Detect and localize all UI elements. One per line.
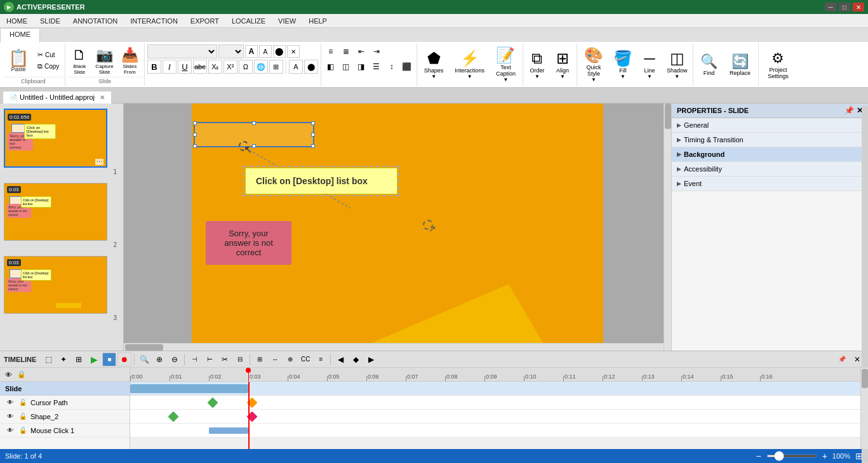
align-left-btn[interactable]: ◧: [324, 60, 338, 74]
zoom-slider[interactable]: [766, 455, 817, 457]
menu-annotation[interactable]: ANNOTATION: [67, 16, 124, 26]
tl-record-btn[interactable]: ⏺: [117, 352, 131, 366]
font-size-dropdown[interactable]: [218, 44, 244, 58]
zoom-in-btn[interactable]: +: [822, 451, 827, 461]
tl-group2-btn[interactable]: ⊞: [253, 352, 267, 366]
tl-move-btn[interactable]: ↔: [268, 352, 282, 366]
shape2-eye-btn[interactable]: 👁: [5, 412, 15, 422]
font-color-btn[interactable]: A: [289, 60, 303, 74]
tl-more-btn[interactable]: ⊕: [283, 352, 297, 366]
track-row-cursor[interactable]: [130, 396, 868, 410]
props-section-timing-header[interactable]: ▶ Timing & Transition: [672, 133, 868, 147]
clear-format-btn[interactable]: ✕: [287, 45, 300, 58]
tl-select-btn[interactable]: ⬚: [41, 352, 55, 366]
menu-view[interactable]: VIEW: [272, 16, 302, 26]
menu-home[interactable]: HOME: [0, 16, 34, 26]
capture-slide-button[interactable]: 📷 CaptureSlide: [92, 45, 116, 77]
more-btn[interactable]: ⊞: [269, 60, 283, 74]
special-char-btn[interactable]: Ω: [239, 60, 253, 74]
playhead-marker[interactable]: [248, 368, 249, 381]
tl-eye-all-btn[interactable]: 👁: [3, 369, 14, 380]
line-spacing-btn[interactable]: ↕: [385, 60, 399, 74]
order-button[interactable]: ⧉ Order ▼: [526, 44, 549, 84]
tl-zoom-fit-btn[interactable]: 🔍: [137, 352, 151, 366]
error-box[interactable]: Sorry, your answer is not correct: [206, 221, 291, 265]
tab-home[interactable]: HOME: [0, 28, 40, 43]
shadow-button[interactable]: ◫ Shadow ▼: [664, 44, 691, 84]
list-box[interactable]: [194, 122, 314, 147]
tl-stop-btn[interactable]: ■: [102, 352, 116, 366]
tl-play-btn[interactable]: ▶: [87, 352, 101, 366]
bold-btn[interactable]: B: [147, 60, 161, 74]
font-family-dropdown[interactable]: [147, 44, 217, 58]
tl-caption-btn[interactable]: CC: [298, 352, 312, 366]
doc-tab[interactable]: 📄 Untitled - Untitled.approj ✕: [3, 91, 112, 104]
shape2-lock-btn[interactable]: 🔓: [18, 412, 28, 422]
tl-zoom-in-btn[interactable]: ⊕: [152, 352, 166, 366]
track-row-slide[interactable]: [130, 382, 868, 396]
props-pin-icon[interactable]: 📌: [845, 106, 854, 115]
tl-split-btn[interactable]: ⊢: [203, 352, 217, 366]
replace-button[interactable]: 🔄 Replace: [724, 44, 756, 84]
canvas-scrollbar-v[interactable]: [664, 104, 671, 351]
highlight-color-btn[interactable]: ⬤: [304, 60, 318, 74]
web-link-btn[interactable]: 🌐: [254, 60, 268, 74]
tl-prev-btn[interactable]: ◀: [333, 352, 347, 366]
fill-button[interactable]: 🪣 Fill ▼: [610, 44, 636, 84]
tooltip-box[interactable]: Click on [Desktop] list box: [245, 168, 397, 194]
underline-btn[interactable]: U: [178, 60, 192, 74]
font-size-up-btn[interactable]: A: [245, 45, 258, 58]
tl-trim-btn[interactable]: ⊟: [233, 352, 247, 366]
align-center-btn[interactable]: ◫: [339, 60, 353, 74]
track-row-shape2[interactable]: [130, 410, 868, 424]
line-button[interactable]: ─ Line ▼: [638, 44, 661, 84]
slide-thumbnail-2[interactable]: 0:03 Sorry, youranswer is notcorrect Cli…: [1, 180, 122, 251]
menu-localize[interactable]: LOCALIZE: [225, 16, 272, 26]
list-ordered-btn[interactable]: ≣: [339, 44, 353, 58]
slide-thumbnail-3[interactable]: 0:03 Sorry, youranswer is notcorrect Cli…: [1, 253, 122, 324]
blank-slide-button[interactable]: 🗋 BlankSlide: [68, 45, 91, 77]
tl-add-btn[interactable]: ✦: [57, 352, 70, 366]
align-button[interactable]: ⊞ Align ▼: [551, 44, 574, 84]
menu-interaction[interactable]: INTERACTION: [124, 16, 184, 26]
doc-tab-close[interactable]: ✕: [100, 94, 105, 101]
italic-btn[interactable]: I: [163, 60, 177, 74]
superscript-btn[interactable]: X²: [224, 60, 237, 74]
maximize-btn[interactable]: □: [839, 3, 850, 11]
interactions-button[interactable]: ⚡ Interactions ▼: [450, 44, 489, 84]
track-row-mouseclick[interactable]: [130, 424, 868, 438]
tl-zoom-out-btn[interactable]: ⊖: [168, 352, 182, 366]
tl-group-btn[interactable]: ⊞: [72, 352, 86, 366]
project-settings-button[interactable]: ⚙ Project Settings: [761, 44, 794, 84]
paste-button[interactable]: 📋 Paste: [4, 44, 33, 77]
props-section-event-header[interactable]: ▶ Event: [672, 177, 868, 191]
copy-button[interactable]: ⧉ Copy: [34, 61, 62, 72]
tl-delete-btn[interactable]: ✂: [218, 352, 232, 366]
cursor-lock-btn[interactable]: 🔓: [18, 398, 28, 408]
find-button[interactable]: 🔍 Find: [696, 44, 721, 84]
highlight-btn[interactable]: ⬤: [273, 45, 286, 58]
props-section-accessibility-header[interactable]: ▶ Accessibility: [672, 162, 868, 176]
list-unordered-btn[interactable]: ≡: [324, 44, 338, 58]
align-right-btn[interactable]: ◨: [354, 60, 368, 74]
tl-caption2-btn[interactable]: ≡: [314, 352, 328, 366]
timeline-scrollbar-v[interactable]: [860, 368, 868, 449]
tl-snap-btn[interactable]: ⊣: [187, 352, 201, 366]
menu-export[interactable]: EXPORT: [184, 16, 225, 26]
paragraph-color-btn[interactable]: ⬛: [400, 60, 414, 74]
cursor-eye-btn[interactable]: 👁: [5, 398, 15, 408]
subscript-btn[interactable]: X₂: [208, 60, 222, 74]
quick-style-button[interactable]: 🎨 Quick Style ▼: [580, 44, 608, 84]
mouseclick-lock-btn[interactable]: 🔓: [18, 426, 28, 436]
menu-help[interactable]: HELP: [302, 16, 333, 26]
props-section-background-header[interactable]: ▶ Background: [672, 147, 868, 161]
mouseclick-eye-btn[interactable]: 👁: [5, 426, 15, 436]
minimize-btn[interactable]: ─: [825, 3, 836, 11]
text-caption-button[interactable]: 📝 Text Caption ▼: [491, 44, 520, 84]
tl-next-btn[interactable]: ▶: [364, 352, 378, 366]
cut-button[interactable]: ✂ Cut: [34, 50, 62, 60]
close-btn[interactable]: ✕: [853, 3, 864, 11]
shapes-button[interactable]: ⬟ Shapes ▼: [420, 44, 448, 84]
indent-more-btn[interactable]: ⇥: [370, 44, 384, 58]
tl-lock-all-btn[interactable]: 🔒: [16, 369, 27, 380]
